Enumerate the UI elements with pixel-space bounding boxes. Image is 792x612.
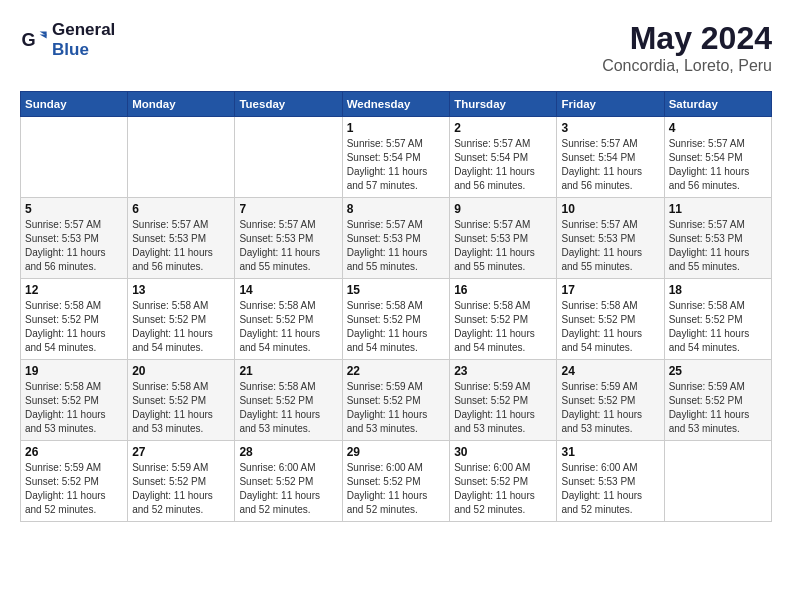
- calendar-day-cell: 28Sunrise: 6:00 AMSunset: 5:52 PMDayligh…: [235, 441, 342, 522]
- day-number: 14: [239, 283, 337, 297]
- day-info: Sunrise: 5:58 AMSunset: 5:52 PMDaylight:…: [132, 380, 230, 436]
- calendar-day-cell: 27Sunrise: 5:59 AMSunset: 5:52 PMDayligh…: [128, 441, 235, 522]
- svg-text:G: G: [21, 29, 35, 49]
- svg-marker-2: [40, 34, 47, 38]
- day-info: Sunrise: 5:57 AMSunset: 5:53 PMDaylight:…: [25, 218, 123, 274]
- calendar-week-row: 12Sunrise: 5:58 AMSunset: 5:52 PMDayligh…: [21, 279, 772, 360]
- weekday-header: Saturday: [664, 92, 771, 117]
- day-info: Sunrise: 5:58 AMSunset: 5:52 PMDaylight:…: [669, 299, 767, 355]
- calendar-day-cell: 4Sunrise: 5:57 AMSunset: 5:54 PMDaylight…: [664, 117, 771, 198]
- calendar-day-cell: 6Sunrise: 5:57 AMSunset: 5:53 PMDaylight…: [128, 198, 235, 279]
- day-info: Sunrise: 5:57 AMSunset: 5:53 PMDaylight:…: [669, 218, 767, 274]
- calendar-day-cell: 26Sunrise: 5:59 AMSunset: 5:52 PMDayligh…: [21, 441, 128, 522]
- calendar-day-cell: [235, 117, 342, 198]
- calendar-week-row: 26Sunrise: 5:59 AMSunset: 5:52 PMDayligh…: [21, 441, 772, 522]
- day-number: 22: [347, 364, 446, 378]
- day-number: 26: [25, 445, 123, 459]
- calendar-day-cell: [21, 117, 128, 198]
- day-number: 18: [669, 283, 767, 297]
- day-info: Sunrise: 5:59 AMSunset: 5:52 PMDaylight:…: [454, 380, 552, 436]
- day-number: 30: [454, 445, 552, 459]
- day-info: Sunrise: 5:58 AMSunset: 5:52 PMDaylight:…: [347, 299, 446, 355]
- logo-icon: G: [20, 26, 48, 54]
- day-number: 4: [669, 121, 767, 135]
- day-number: 29: [347, 445, 446, 459]
- calendar-day-cell: 31Sunrise: 6:00 AMSunset: 5:53 PMDayligh…: [557, 441, 664, 522]
- day-info: Sunrise: 6:00 AMSunset: 5:52 PMDaylight:…: [454, 461, 552, 517]
- calendar-header-row: SundayMondayTuesdayWednesdayThursdayFrid…: [21, 92, 772, 117]
- day-info: Sunrise: 5:58 AMSunset: 5:52 PMDaylight:…: [454, 299, 552, 355]
- day-info: Sunrise: 6:00 AMSunset: 5:52 PMDaylight:…: [347, 461, 446, 517]
- calendar-day-cell: 7Sunrise: 5:57 AMSunset: 5:53 PMDaylight…: [235, 198, 342, 279]
- day-number: 8: [347, 202, 446, 216]
- weekday-header: Wednesday: [342, 92, 450, 117]
- calendar-day-cell: 9Sunrise: 5:57 AMSunset: 5:53 PMDaylight…: [450, 198, 557, 279]
- day-info: Sunrise: 5:59 AMSunset: 5:52 PMDaylight:…: [25, 461, 123, 517]
- calendar-day-cell: 30Sunrise: 6:00 AMSunset: 5:52 PMDayligh…: [450, 441, 557, 522]
- day-info: Sunrise: 5:57 AMSunset: 5:53 PMDaylight:…: [239, 218, 337, 274]
- day-number: 24: [561, 364, 659, 378]
- day-info: Sunrise: 5:57 AMSunset: 5:53 PMDaylight:…: [454, 218, 552, 274]
- day-number: 23: [454, 364, 552, 378]
- calendar-day-cell: 3Sunrise: 5:57 AMSunset: 5:54 PMDaylight…: [557, 117, 664, 198]
- day-info: Sunrise: 5:57 AMSunset: 5:53 PMDaylight:…: [132, 218, 230, 274]
- day-info: Sunrise: 5:57 AMSunset: 5:54 PMDaylight:…: [347, 137, 446, 193]
- day-info: Sunrise: 5:59 AMSunset: 5:52 PMDaylight:…: [132, 461, 230, 517]
- day-info: Sunrise: 5:57 AMSunset: 5:53 PMDaylight:…: [347, 218, 446, 274]
- subtitle: Concordia, Loreto, Peru: [602, 57, 772, 75]
- day-info: Sunrise: 5:57 AMSunset: 5:53 PMDaylight:…: [561, 218, 659, 274]
- day-number: 28: [239, 445, 337, 459]
- logo: G General Blue: [20, 20, 115, 59]
- day-number: 27: [132, 445, 230, 459]
- day-number: 19: [25, 364, 123, 378]
- day-number: 1: [347, 121, 446, 135]
- main-title: May 2024: [602, 20, 772, 57]
- weekday-header: Friday: [557, 92, 664, 117]
- day-info: Sunrise: 5:58 AMSunset: 5:52 PMDaylight:…: [25, 380, 123, 436]
- calendar-day-cell: [128, 117, 235, 198]
- day-number: 7: [239, 202, 337, 216]
- day-info: Sunrise: 5:59 AMSunset: 5:52 PMDaylight:…: [347, 380, 446, 436]
- weekday-header: Monday: [128, 92, 235, 117]
- day-info: Sunrise: 5:59 AMSunset: 5:52 PMDaylight:…: [561, 380, 659, 436]
- day-number: 13: [132, 283, 230, 297]
- calendar-day-cell: 1Sunrise: 5:57 AMSunset: 5:54 PMDaylight…: [342, 117, 450, 198]
- day-number: 12: [25, 283, 123, 297]
- day-number: 31: [561, 445, 659, 459]
- day-number: 16: [454, 283, 552, 297]
- header: G General Blue May 2024 Concordia, Loret…: [20, 20, 772, 75]
- logo-line2: Blue: [52, 40, 115, 60]
- calendar-day-cell: 29Sunrise: 6:00 AMSunset: 5:52 PMDayligh…: [342, 441, 450, 522]
- day-info: Sunrise: 5:59 AMSunset: 5:52 PMDaylight:…: [669, 380, 767, 436]
- calendar-day-cell: 24Sunrise: 5:59 AMSunset: 5:52 PMDayligh…: [557, 360, 664, 441]
- calendar-day-cell: 11Sunrise: 5:57 AMSunset: 5:53 PMDayligh…: [664, 198, 771, 279]
- calendar-day-cell: 21Sunrise: 5:58 AMSunset: 5:52 PMDayligh…: [235, 360, 342, 441]
- calendar-day-cell: 2Sunrise: 5:57 AMSunset: 5:54 PMDaylight…: [450, 117, 557, 198]
- day-number: 5: [25, 202, 123, 216]
- calendar-day-cell: 8Sunrise: 5:57 AMSunset: 5:53 PMDaylight…: [342, 198, 450, 279]
- day-number: 25: [669, 364, 767, 378]
- day-info: Sunrise: 5:58 AMSunset: 5:52 PMDaylight:…: [561, 299, 659, 355]
- day-number: 9: [454, 202, 552, 216]
- day-info: Sunrise: 6:00 AMSunset: 5:53 PMDaylight:…: [561, 461, 659, 517]
- title-block: May 2024 Concordia, Loreto, Peru: [602, 20, 772, 75]
- day-number: 17: [561, 283, 659, 297]
- day-info: Sunrise: 5:57 AMSunset: 5:54 PMDaylight:…: [454, 137, 552, 193]
- calendar-table: SundayMondayTuesdayWednesdayThursdayFrid…: [20, 91, 772, 522]
- day-info: Sunrise: 5:58 AMSunset: 5:52 PMDaylight:…: [25, 299, 123, 355]
- day-number: 2: [454, 121, 552, 135]
- day-number: 15: [347, 283, 446, 297]
- day-number: 10: [561, 202, 659, 216]
- calendar-day-cell: 18Sunrise: 5:58 AMSunset: 5:52 PMDayligh…: [664, 279, 771, 360]
- calendar-day-cell: 22Sunrise: 5:59 AMSunset: 5:52 PMDayligh…: [342, 360, 450, 441]
- day-info: Sunrise: 5:58 AMSunset: 5:52 PMDaylight:…: [132, 299, 230, 355]
- calendar-day-cell: 16Sunrise: 5:58 AMSunset: 5:52 PMDayligh…: [450, 279, 557, 360]
- calendar-week-row: 1Sunrise: 5:57 AMSunset: 5:54 PMDaylight…: [21, 117, 772, 198]
- weekday-header: Sunday: [21, 92, 128, 117]
- day-info: Sunrise: 5:58 AMSunset: 5:52 PMDaylight:…: [239, 380, 337, 436]
- day-info: Sunrise: 5:57 AMSunset: 5:54 PMDaylight:…: [669, 137, 767, 193]
- day-number: 3: [561, 121, 659, 135]
- calendar-day-cell: 5Sunrise: 5:57 AMSunset: 5:53 PMDaylight…: [21, 198, 128, 279]
- day-number: 11: [669, 202, 767, 216]
- calendar-day-cell: 12Sunrise: 5:58 AMSunset: 5:52 PMDayligh…: [21, 279, 128, 360]
